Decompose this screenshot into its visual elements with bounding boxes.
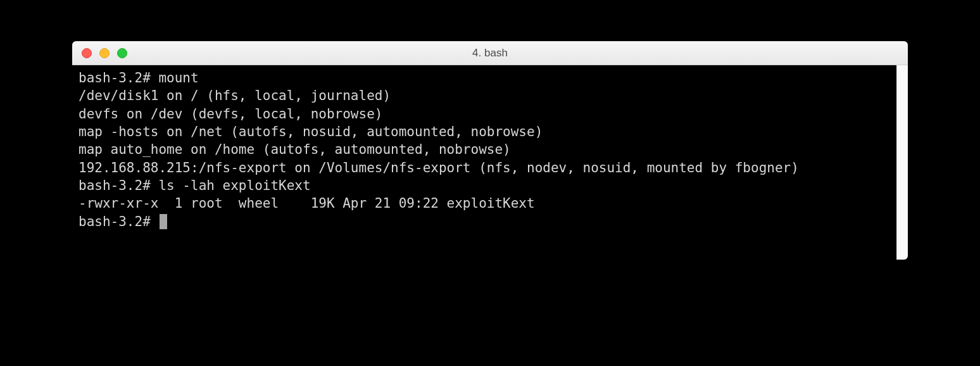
terminal-line: bash-3.2# ls -lah exploitKext [79, 177, 890, 194]
terminal-body: bash-3.2# mount/dev/disk1 on / (hfs, loc… [72, 65, 908, 260]
terminal-prompt-line: bash-3.2# [79, 213, 890, 230]
terminal-line: -rwxr-xr-x 1 root wheel 19K Apr 21 09:22… [79, 194, 890, 212]
terminal-line: bash-3.2# mount [79, 69, 890, 87]
terminal-content[interactable]: bash-3.2# mount/dev/disk1 on / (hfs, loc… [72, 65, 896, 260]
maximize-icon[interactable] [117, 48, 127, 58]
terminal-line: devfs on /dev (devfs, local, nobrowse) [79, 105, 890, 123]
terminal-line: map -hosts on /net (autofs, nosuid, auto… [79, 123, 890, 141]
terminal-prompt: bash-3.2# [79, 214, 158, 229]
window-title: 4. bash [72, 47, 908, 60]
scrollbar[interactable] [896, 65, 908, 260]
traffic-lights [72, 48, 127, 58]
cursor-icon [160, 214, 167, 229]
minimize-icon[interactable] [99, 48, 110, 58]
terminal-line: 192.168.88.215:/nfs-export on /Volumes/n… [79, 159, 890, 177]
terminal-line: /dev/disk1 on / (hfs, local, journaled) [79, 87, 890, 104]
terminal-window: 4. bash bash-3.2# mount/dev/disk1 on / (… [72, 41, 908, 260]
window-titlebar[interactable]: 4. bash [72, 41, 908, 65]
terminal-line: map auto_home on /home (autofs, automoun… [79, 141, 890, 158]
close-icon[interactable] [82, 48, 92, 58]
